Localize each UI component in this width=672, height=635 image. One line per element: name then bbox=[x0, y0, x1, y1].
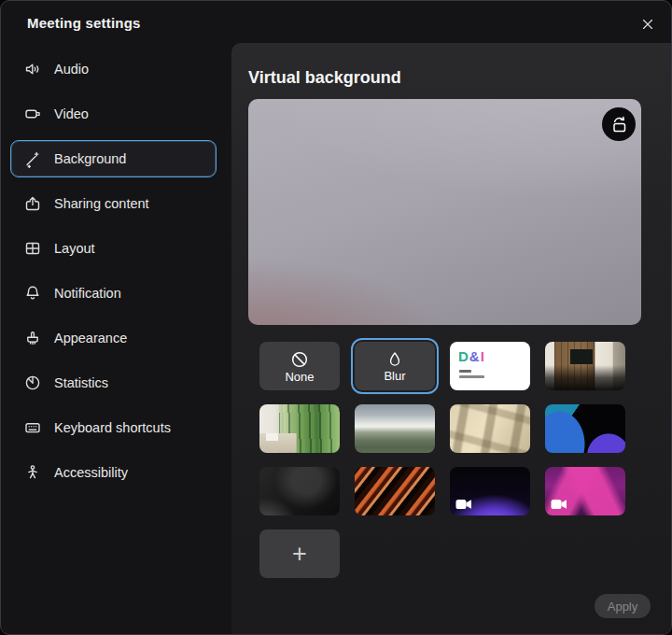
sidebar-item-label: Accessibility bbox=[54, 465, 128, 480]
sidebar-item-label: Video bbox=[54, 106, 89, 121]
option-label: Blur bbox=[384, 370, 405, 382]
background-options-grid: None Blur D&I bbox=[259, 342, 625, 578]
titlebar: Meeting settings bbox=[1, 1, 671, 43]
bell-icon bbox=[23, 284, 42, 303]
sidebar-item-label: Notification bbox=[54, 286, 121, 301]
speaker-icon bbox=[23, 60, 42, 78]
sidebar-item-background[interactable]: Background bbox=[10, 140, 217, 177]
dni-small-text-line bbox=[459, 370, 471, 373]
sidebar-item-label: Statistics bbox=[54, 375, 108, 390]
camera-preview bbox=[248, 99, 641, 325]
apply-button[interactable]: Apply bbox=[595, 594, 651, 618]
flip-camera-button[interactable] bbox=[602, 107, 636, 141]
bg-option-purple-glow-video[interactable] bbox=[450, 467, 530, 515]
video-camera-icon bbox=[23, 105, 42, 123]
layout-grid-icon bbox=[23, 239, 42, 258]
sidebar-item-label: Keyboard shortcuts bbox=[54, 420, 171, 435]
bg-option-dni-logo[interactable]: D&I bbox=[450, 342, 530, 390]
meeting-settings-dialog: Meeting settings Audio Video Background bbox=[0, 0, 672, 635]
sidebar-item-label: Appearance bbox=[54, 331, 127, 346]
add-background-button[interactable]: + bbox=[259, 529, 340, 578]
virtual-background-panel: Virtual background None Blur bbox=[231, 43, 671, 634]
sidebar-item-sharing-content[interactable]: Sharing content bbox=[10, 185, 217, 222]
magic-wand-icon bbox=[23, 149, 42, 168]
sidebar-item-label: Layout bbox=[54, 241, 95, 256]
panel-title: Virtual background bbox=[248, 68, 401, 88]
sidebar-item-label: Sharing content bbox=[54, 196, 149, 211]
flip-camera-icon bbox=[608, 113, 630, 135]
bg-option-none[interactable]: None bbox=[259, 342, 340, 390]
bg-option-orange-lava[interactable] bbox=[355, 467, 435, 515]
dni-logo-text: D&I bbox=[458, 349, 485, 363]
accessibility-icon bbox=[23, 463, 42, 482]
bg-option-window-light[interactable] bbox=[450, 404, 530, 453]
dialog-title: Meeting settings bbox=[27, 15, 141, 31]
sidebar-item-notification[interactable]: Notification bbox=[10, 275, 217, 312]
sidebar-item-video[interactable]: Video bbox=[10, 95, 217, 133]
pie-chart-icon bbox=[23, 374, 42, 392]
close-icon bbox=[639, 16, 656, 33]
bg-option-pink-waves-video[interactable] bbox=[545, 467, 625, 515]
settings-sidebar: Audio Video Background Sharing content L bbox=[1, 43, 231, 634]
sidebar-item-label: Background bbox=[54, 151, 126, 166]
keyboard-icon bbox=[23, 418, 42, 437]
sidebar-item-layout[interactable]: Layout bbox=[10, 230, 217, 267]
bg-option-office-room[interactable] bbox=[545, 342, 625, 390]
bg-option-porch-garden[interactable] bbox=[259, 404, 340, 453]
sidebar-item-audio[interactable]: Audio bbox=[10, 50, 217, 88]
water-drop-icon bbox=[385, 350, 404, 369]
close-button[interactable] bbox=[637, 13, 659, 35]
share-screen-icon bbox=[23, 194, 42, 213]
plus-icon: + bbox=[292, 542, 307, 567]
sidebar-item-appearance[interactable]: Appearance bbox=[10, 319, 217, 357]
sidebar-item-keyboard-shortcuts[interactable]: Keyboard shortcuts bbox=[10, 409, 217, 446]
dni-small-text-line bbox=[459, 375, 484, 378]
sidebar-item-label: Audio bbox=[54, 62, 89, 77]
paint-brush-icon bbox=[23, 329, 42, 347]
option-label: None bbox=[285, 371, 314, 383]
bg-option-blur[interactable]: Blur bbox=[355, 342, 435, 390]
video-camera-icon bbox=[455, 499, 472, 510]
bg-option-abstract-blue-purple[interactable] bbox=[545, 404, 625, 453]
video-camera-icon bbox=[551, 499, 567, 510]
sidebar-item-accessibility[interactable]: Accessibility bbox=[10, 454, 217, 491]
bg-option-dark-gray-swirl[interactable] bbox=[259, 467, 340, 515]
sidebar-item-statistics[interactable]: Statistics bbox=[10, 364, 217, 402]
prohibition-icon bbox=[289, 349, 310, 370]
bg-option-blurred-mountains[interactable] bbox=[355, 404, 435, 453]
